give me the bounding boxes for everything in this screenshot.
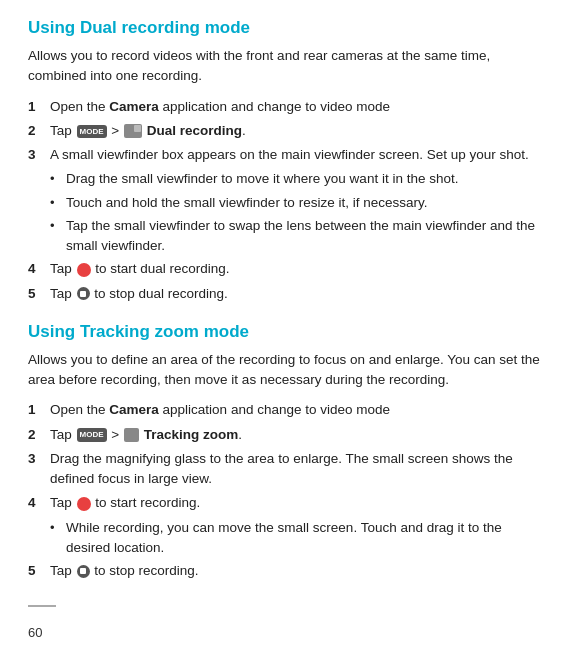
dual-recording-section: Using Dual recording mode Allows you to … xyxy=(28,18,544,304)
dual-icon xyxy=(124,124,142,138)
zoom-step-1: 1 Open the Camera application and change… xyxy=(28,400,544,420)
zoom-step-number-4: 4 xyxy=(28,493,46,513)
dual-recording-desc: Allows you to record videos with the fro… xyxy=(28,46,544,87)
record-icon-4 xyxy=(77,263,91,277)
zoom-step-4-content: Tap to start recording. xyxy=(50,493,544,513)
step-number-2: 2 xyxy=(28,121,46,141)
bullet-dot-1: • xyxy=(50,169,64,189)
bullet-dot-3: • xyxy=(50,216,64,236)
zoom-step-2-content: Tap MODE > Tracking zoom. xyxy=(50,425,544,445)
zoom-step-3-content: Drag the magnifying glass to the area to… xyxy=(50,449,544,490)
zoom-step-number-5: 5 xyxy=(28,561,46,581)
page-number: 60 xyxy=(28,625,56,640)
footer-content: 60 xyxy=(28,605,56,640)
zoom-step-number-1: 1 xyxy=(28,400,46,420)
bullet-text-1: Drag the small viewfinder to move it whe… xyxy=(66,169,544,189)
zoom-icon xyxy=(124,428,139,442)
step-4-content: Tap to start dual recording. xyxy=(50,259,544,279)
dual-step-3: 3 A small viewfinder box appears on the … xyxy=(28,145,544,165)
bullet-dot-2: • xyxy=(50,193,64,213)
zoom-step-number-2: 2 xyxy=(28,425,46,445)
camera-bold: Camera xyxy=(109,99,159,114)
bullet-text-3: Tap the small viewfinder to swap the len… xyxy=(66,216,544,257)
zoom-bullet-text-1: While recording, you can move the small … xyxy=(66,518,544,559)
dual-bullet-2: • Touch and hold the small viewfinder to… xyxy=(50,193,544,213)
step-number-4: 4 xyxy=(28,259,46,279)
zoom-step-3: 3 Drag the magnifying glass to the area … xyxy=(28,449,544,490)
mode-icon: MODE xyxy=(77,125,107,138)
stop-icon-z5 xyxy=(77,565,90,578)
tracking-zoom-section: Using Tracking zoom mode Allows you to d… xyxy=(28,322,544,582)
step-3-content: A small viewfinder box appears on the ma… xyxy=(50,145,544,165)
tracking-zoom-bold: Tracking zoom xyxy=(144,427,239,442)
dual-bullet-1: • Drag the small viewfinder to move it w… xyxy=(50,169,544,189)
zoom-step-5-content: Tap to stop recording. xyxy=(50,561,544,581)
dual-step-5: 5 Tap to stop dual recording. xyxy=(28,284,544,304)
zoom-step-2: 2 Tap MODE > Tracking zoom. xyxy=(28,425,544,445)
dual-bullet-3: • Tap the small viewfinder to swap the l… xyxy=(50,216,544,257)
zoom-step-5: 5 Tap to stop recording. xyxy=(28,561,544,581)
page-footer: 60 xyxy=(28,605,544,640)
dual-step-4: 4 Tap to start dual recording. xyxy=(28,259,544,279)
tracking-zoom-title: Using Tracking zoom mode xyxy=(28,322,544,342)
camera-bold-2: Camera xyxy=(109,402,159,417)
zoom-step-1-content: Open the Camera application and change t… xyxy=(50,400,544,420)
mode-icon-2: MODE xyxy=(77,428,107,441)
bullet-text-2: Touch and hold the small viewfinder to r… xyxy=(66,193,544,213)
step-1-content: Open the Camera application and change t… xyxy=(50,97,544,117)
zoom-bullet-1: • While recording, you can move the smal… xyxy=(50,518,544,559)
step-number-5: 5 xyxy=(28,284,46,304)
zoom-bullet-dot-1: • xyxy=(50,518,64,538)
footer-line xyxy=(28,605,56,607)
dual-recording-title: Using Dual recording mode xyxy=(28,18,544,38)
step-number-3: 3 xyxy=(28,145,46,165)
zoom-step-number-3: 3 xyxy=(28,449,46,469)
dual-step-2: 2 Tap MODE > Dual recording. xyxy=(28,121,544,141)
stop-icon-5 xyxy=(77,287,90,300)
record-icon-z4 xyxy=(77,497,91,511)
zoom-step-4: 4 Tap to start recording. xyxy=(28,493,544,513)
dual-step-1: 1 Open the Camera application and change… xyxy=(28,97,544,117)
dual-recording-bold: Dual recording xyxy=(147,123,242,138)
step-number-1: 1 xyxy=(28,97,46,117)
step-5-content: Tap to stop dual recording. xyxy=(50,284,544,304)
step-2-content: Tap MODE > Dual recording. xyxy=(50,121,544,141)
tracking-zoom-desc: Allows you to define an area of the reco… xyxy=(28,350,544,391)
page-container: Using Dual recording mode Allows you to … xyxy=(0,0,572,654)
